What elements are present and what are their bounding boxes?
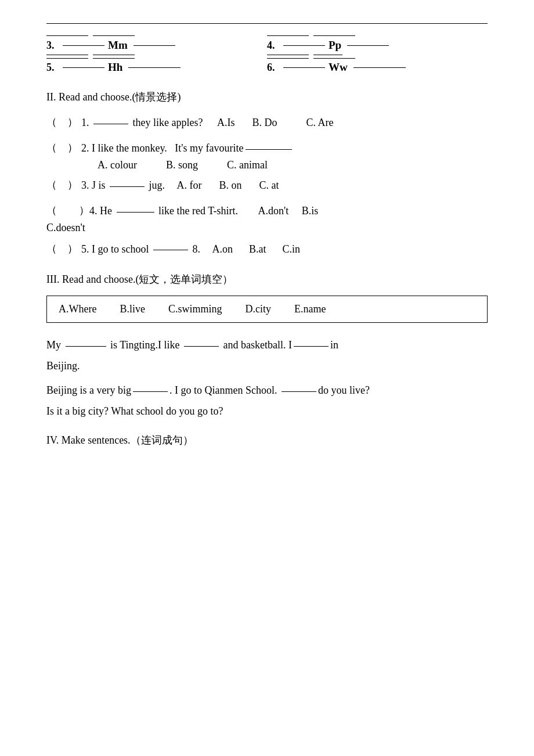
letter-underline bbox=[63, 45, 104, 46]
passage-blank-5 bbox=[282, 391, 316, 392]
word-a: A.Where bbox=[59, 303, 96, 315]
letter-underline bbox=[283, 45, 325, 46]
question-row-2: （ ） 2. I like the monkey. It's my favour… bbox=[46, 139, 488, 171]
letter-underline bbox=[46, 55, 88, 55]
bracket-num-2: （ ） bbox=[46, 139, 81, 157]
letter-underline bbox=[93, 55, 135, 55]
letter-underline bbox=[267, 35, 309, 36]
word-list: A.Where B.live C.swimming D.city E.name bbox=[59, 303, 475, 315]
option-b4: B.is bbox=[302, 205, 319, 217]
letter-label-hh: Hh bbox=[108, 61, 122, 74]
letter-underline bbox=[134, 45, 175, 46]
passage: My is Tingting.I like and basketball. Ii… bbox=[46, 334, 488, 422]
question-row-3: （ ） 3. J is jug. A. for B. on C. at bbox=[46, 176, 488, 195]
q3-text: 3. J is jug. A. for B. on C. at bbox=[81, 176, 488, 195]
q5-options: A.on B.at C.in bbox=[212, 240, 301, 258]
letter-underline bbox=[313, 58, 355, 59]
blank-4 bbox=[117, 211, 154, 213]
word-d: D.city bbox=[245, 303, 271, 315]
q4-text: 4. He like the red T-shirt. A.don't B.is bbox=[89, 201, 488, 220]
option-a5: A.on bbox=[212, 240, 233, 258]
letter-underline bbox=[267, 55, 309, 55]
section-iii-header: III. Read and choose.(短文，选单词填空） bbox=[46, 272, 488, 286]
option-a3: A. for bbox=[177, 176, 202, 195]
q5-text: 5. I go to school 8. A.on B.at C.in bbox=[81, 240, 488, 258]
letter-label-ww: Ww bbox=[329, 61, 348, 74]
word-b: B.live bbox=[120, 303, 145, 315]
letter-line-row bbox=[46, 58, 267, 59]
letter-underline bbox=[46, 58, 88, 59]
letter-underline bbox=[313, 35, 355, 36]
letter-num-row: 6. Ww bbox=[267, 61, 488, 74]
passage-line-4: Is it a big city? What school do you go … bbox=[46, 401, 488, 422]
letter-underline bbox=[347, 45, 389, 46]
section-ii-header: II. Read and choose.(情景选择) bbox=[46, 90, 488, 104]
sub-option-b2: B. song bbox=[166, 159, 198, 171]
letter-underline bbox=[313, 55, 342, 55]
letter-line-row bbox=[267, 55, 488, 55]
word-c: C.swimming bbox=[168, 303, 222, 315]
blank-1 bbox=[93, 123, 128, 124]
section-letters: 3. Mm bbox=[46, 35, 488, 74]
passage-line-2: Beijing. bbox=[46, 355, 488, 376]
letter-num-row: 4. Pp bbox=[267, 39, 488, 52]
passage-blank-2 bbox=[184, 345, 219, 347]
bracket-num-3: （ ） bbox=[46, 176, 81, 194]
option-b1: B. Do bbox=[252, 113, 277, 132]
bracket-num-1: （ ） bbox=[46, 113, 81, 131]
q3-options: A. for B. on C. at bbox=[177, 176, 279, 195]
letter-underline bbox=[128, 67, 181, 68]
option-b5: B.at bbox=[249, 240, 266, 258]
section-iii: III. Read and choose.(短文，选单词填空） A.Where … bbox=[46, 272, 488, 422]
section-iv: IV. Make sentences.（连词成句） bbox=[46, 433, 488, 447]
letter-underline bbox=[267, 58, 309, 59]
q2-sub-options: A. colour B. song C. animal bbox=[98, 159, 488, 171]
num-label-6: 6. bbox=[267, 62, 280, 74]
sub-option-c2: C. animal bbox=[227, 159, 268, 171]
passage-blank-1 bbox=[66, 345, 106, 347]
section-ii: II. Read and choose.(情景选择) （ ） 1. they l… bbox=[46, 90, 488, 258]
letter-underline bbox=[63, 67, 104, 68]
question-row-4: （ ） 4. He like the red T-shirt. A.don't … bbox=[46, 201, 488, 233]
letter-underline bbox=[353, 67, 406, 68]
passage-line-1: My is Tingting.I like and basketball. Ii… bbox=[46, 334, 488, 355]
question-row-1: （ ） 1. they like apples? A.Is B. Do C. A… bbox=[46, 113, 488, 132]
letter-line-row bbox=[267, 35, 488, 36]
bracket-num-4: （ ） bbox=[46, 201, 89, 219]
option-c5: C.in bbox=[283, 240, 301, 258]
question-row-5: （ ） 5. I go to school 8. A.on B.at C.in bbox=[46, 240, 488, 258]
q4-options: A.don't B.is bbox=[258, 205, 318, 217]
option-c3: C. at bbox=[259, 176, 279, 195]
letter-line-row bbox=[46, 35, 267, 36]
blank-3 bbox=[110, 186, 145, 187]
letter-line-row bbox=[46, 55, 267, 55]
letter-label-mm: Mm bbox=[108, 39, 128, 52]
bracket-num-5: （ ） bbox=[46, 240, 81, 258]
blank-5 bbox=[153, 249, 188, 250]
blank-2 bbox=[246, 149, 292, 150]
letter-underline bbox=[46, 35, 88, 36]
option-c1: C. Are bbox=[306, 113, 333, 132]
q1-text: 1. they like apples? A.Is B. Do C. Are bbox=[81, 113, 488, 132]
letter-label-pp: Pp bbox=[329, 39, 341, 52]
q4-extra-option: C.doesn't bbox=[46, 222, 488, 234]
num-label-3: 3. bbox=[46, 39, 59, 52]
letter-underline bbox=[283, 67, 325, 68]
letter-underline bbox=[93, 35, 135, 36]
option-a1: A.Is bbox=[217, 113, 235, 132]
passage-blank-3 bbox=[294, 345, 329, 347]
top-divider bbox=[46, 23, 488, 24]
letter-num-row: 3. Mm bbox=[46, 39, 267, 52]
letter-line-row bbox=[267, 58, 488, 59]
word-box: A.Where B.live C.swimming D.city E.name bbox=[46, 296, 488, 323]
passage-blank-4 bbox=[133, 391, 168, 392]
q1-options: A.Is B. Do C. Are bbox=[217, 113, 334, 132]
passage-line-3: Beijing is a very big. I go to Qianmen S… bbox=[46, 380, 488, 401]
letter-underline bbox=[93, 58, 135, 59]
option-a4: A.don't bbox=[258, 205, 288, 217]
q2-text: 2. I like the monkey. It's my favourite bbox=[81, 139, 488, 157]
option-b3: B. on bbox=[219, 176, 242, 195]
num-label-5: 5. bbox=[46, 62, 59, 74]
section-iv-header: IV. Make sentences.（连词成句） bbox=[46, 433, 488, 447]
num-label-4: 4. bbox=[267, 39, 280, 52]
